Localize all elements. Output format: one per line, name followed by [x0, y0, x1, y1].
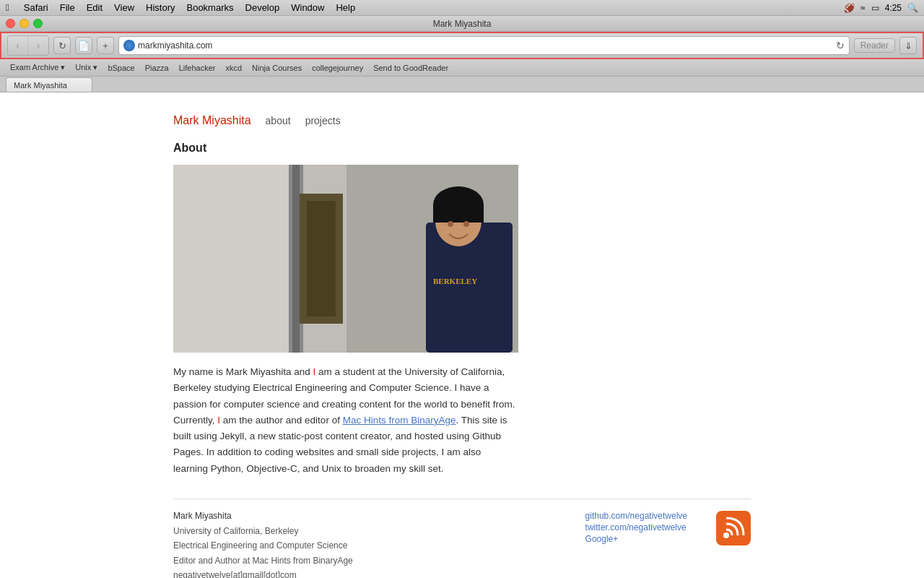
- refresh-icon[interactable]: ↻: [836, 40, 845, 51]
- photo-svg: BERKELEY: [173, 165, 518, 353]
- reader-mode-button[interactable]: Reader: [854, 38, 895, 53]
- svg-rect-1: [173, 165, 303, 353]
- bookmark-xkcd[interactable]: xkcd: [221, 62, 246, 74]
- footer-twitter-link[interactable]: twitter.com/negativetwelve: [585, 522, 687, 532]
- bookmark-collegejourney[interactable]: collegejourney: [308, 62, 367, 74]
- webpage-content[interactable]: Mark Miyashita about projects About: [0, 92, 924, 578]
- footer-mac-hints-link[interactable]: Mac Hints from BinaryAge: [252, 556, 352, 566]
- svg-point-12: [448, 221, 453, 227]
- address-bar[interactable]: markmiyashita.com ↻: [118, 36, 850, 55]
- about-text: My name is Mark Miyashita and I am a stu…: [173, 364, 518, 477]
- tab-title: Mark Miyashita: [14, 81, 67, 90]
- site-footer: Mark Miyashita University of California,…: [173, 499, 751, 578]
- site-navigation: Mark Miyashita about projects: [173, 107, 751, 127]
- forward-button[interactable]: ›: [28, 36, 48, 55]
- back-button[interactable]: ‹: [8, 36, 28, 55]
- bookmark-lifehacker[interactable]: Lifehacker: [175, 62, 220, 74]
- menu-file[interactable]: File: [60, 2, 75, 13]
- svg-rect-5: [307, 201, 336, 316]
- profile-photo: BERKELEY: [173, 165, 518, 353]
- site-name-link[interactable]: Mark Miyashita: [173, 114, 251, 127]
- about-heading: About: [173, 142, 751, 155]
- reload-icon: ↻: [58, 40, 66, 51]
- maximize-button[interactable]: [33, 19, 43, 28]
- title-bar: Mark Miyashita: [0, 16, 924, 32]
- apple-menu[interactable]: : [6, 2, 9, 13]
- mac-hints-link[interactable]: Mac Hints from BinaryAge: [343, 415, 456, 426]
- secure-icon: [123, 40, 135, 51]
- back-icon: ‹: [16, 40, 19, 51]
- show-reader-button[interactable]: 📄: [75, 37, 92, 54]
- menu-view[interactable]: View: [114, 2, 134, 13]
- bookmark-bspace[interactable]: bSpace: [103, 62, 139, 74]
- menu-bar-left:  Safari File Edit View History Bookmark…: [6, 2, 844, 13]
- tab-bar: Mark Miyashita: [0, 77, 924, 92]
- menu-bar-battery-icon: ▭: [871, 3, 879, 13]
- inline-link-i2[interactable]: I: [217, 415, 220, 426]
- bookmark-piazza[interactable]: Piazza: [141, 62, 173, 74]
- bookmark-exam-archive[interactable]: Exam Archive ▾: [6, 61, 69, 74]
- bookmark-unix[interactable]: Unix ▾: [71, 61, 102, 74]
- photo-background: BERKELEY: [173, 165, 518, 353]
- footer-github-link[interactable]: github.com/negativetwelve: [585, 511, 687, 521]
- page-inner: Mark Miyashita about projects About: [144, 92, 780, 578]
- bookmark-ninja-courses[interactable]: Ninja Courses: [248, 62, 306, 74]
- footer-links: github.com/negativetwelve twitter.com/ne…: [585, 511, 687, 544]
- nav-buttons: ‹ ›: [7, 35, 49, 56]
- inline-link-i1[interactable]: I: [313, 366, 316, 377]
- menu-bar-icon-1: 🏈: [844, 3, 855, 13]
- menu-window[interactable]: Window: [291, 2, 324, 13]
- svg-point-13: [463, 221, 469, 227]
- nav-about[interactable]: about: [266, 115, 291, 126]
- footer-left: Mark Miyashita University of California,…: [173, 511, 557, 578]
- toolbar: ‹ › ↻ 📄 + markmiyashita.com ↻ Reader ⇓: [0, 32, 924, 59]
- downloads-button[interactable]: ⇓: [899, 37, 917, 54]
- download-icon: ⇓: [905, 40, 912, 51]
- menu-bar-search-icon[interactable]: 🔍: [907, 3, 918, 13]
- minimize-button[interactable]: [19, 19, 29, 28]
- close-button[interactable]: [6, 19, 15, 28]
- browser-window: Mark Miyashita ‹ › ↻ 📄 + markmiyashita.c…: [0, 16, 924, 578]
- url-text: markmiyashita.com: [138, 40, 833, 51]
- toolbar-right: Reader ⇓: [854, 37, 917, 54]
- menu-bar-time: 4:25: [885, 3, 902, 13]
- menu-help[interactable]: Help: [336, 2, 355, 13]
- menu-develop[interactable]: Develop: [245, 2, 280, 13]
- menu-bar-wifi-icon: ≈: [860, 3, 866, 13]
- nav-projects[interactable]: projects: [305, 115, 341, 126]
- footer-googleplus-link[interactable]: Google+: [585, 534, 687, 544]
- svg-rect-3: [292, 165, 300, 353]
- menu-history[interactable]: History: [146, 2, 175, 13]
- footer-email: negativetwelve[at]gmail[dot]com: [173, 568, 557, 578]
- footer-university: University of California, Berkeley: [173, 524, 557, 538]
- reload-stop-button[interactable]: ↻: [53, 37, 71, 54]
- footer-role: Editor and Author at Mac Hints from Bina…: [173, 553, 557, 568]
- plus-icon: +: [103, 40, 108, 51]
- menu-bar:  Safari File Edit View History Bookmark…: [0, 0, 924, 16]
- forward-icon: ›: [37, 40, 40, 51]
- menu-safari[interactable]: Safari: [24, 2, 48, 13]
- book-icon: 📄: [78, 40, 90, 51]
- window-controls: [6, 19, 43, 28]
- menu-bookmarks[interactable]: Bookmarks: [186, 2, 233, 13]
- window-title: Mark Miyashita: [433, 19, 492, 29]
- active-tab[interactable]: Mark Miyashita: [6, 77, 92, 92]
- bookmarks-bar: Exam Archive ▾ Unix ▾ bSpace Piazza Life…: [0, 59, 924, 77]
- svg-rect-10: [433, 204, 484, 223]
- svg-point-14: [723, 532, 729, 538]
- svg-text:BERKELEY: BERKELEY: [433, 277, 477, 285]
- menu-edit[interactable]: Edit: [87, 2, 103, 13]
- menu-bar-right: 🏈 ≈ ▭ 4:25 🔍: [844, 3, 918, 13]
- bookmark-goodreader[interactable]: Send to GoodReader: [369, 62, 453, 74]
- footer-major: Electrical Engineering and Computer Scie…: [173, 538, 557, 553]
- footer-name: Mark Miyashita: [173, 511, 557, 521]
- rss-button[interactable]: [716, 511, 751, 545]
- add-bookmark-button[interactable]: +: [97, 37, 114, 54]
